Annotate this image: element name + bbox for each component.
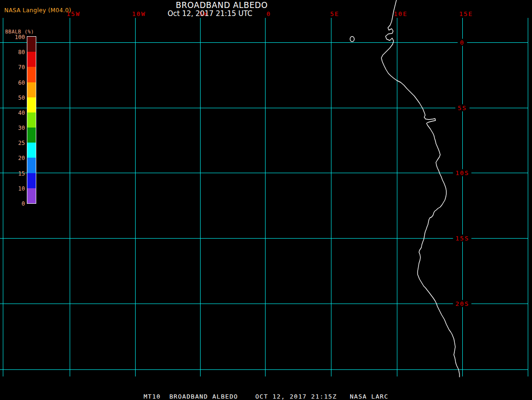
colorbar-tick-20: 20: [1, 155, 25, 161]
longitude-label-10w: 10W: [132, 10, 145, 17]
colorbar-tick-10: 10: [1, 185, 25, 192]
colorbar-band-60-50: [27, 82, 36, 97]
colorbar-band-20-15: [27, 158, 36, 173]
latitude-label-20s: 20S: [453, 300, 471, 307]
timestamp-subtitle: Oct 12, 2017 21:15 UTC: [168, 9, 252, 18]
colorbar-band-30-25: [27, 128, 36, 143]
latitude-label-15s: 15S: [453, 235, 471, 242]
page-title: BROADBAND ALBEDO: [176, 0, 267, 10]
colorbar-tick-60: 60: [1, 80, 25, 86]
colorbar-tick-0: 0: [1, 200, 25, 207]
colorbar: [27, 36, 36, 204]
longitude-label-15e: 15E: [459, 10, 473, 17]
colorbar-tick-30: 30: [1, 125, 25, 131]
colorbar-tick-25: 25: [1, 140, 25, 146]
colorbar-band-40-30: [27, 112, 36, 128]
colorbar-band-70-60: [27, 67, 36, 82]
colorbar-tick-70: 70: [1, 64, 25, 71]
colorbar-band-100-80: [27, 37, 36, 52]
longitude-label-10e: 10E: [394, 10, 407, 17]
footer-caption: MT10 BROADBAND ALBEDO OCT 12, 2017 21:15…: [0, 393, 532, 400]
latitude-label-10s: 10S: [453, 169, 471, 176]
source-label: NASA Langley (M04.0): [4, 7, 71, 14]
latitude-label-5s: 5S: [455, 104, 469, 112]
longitude-label-0: 0: [266, 10, 271, 17]
latitude-label-0: 0: [458, 39, 467, 46]
coastline-path: [381, 0, 459, 377]
island-outline: [350, 37, 355, 42]
albedo-map-page: 15W10W5W05E10E15E05S10S15S20S NASA Langl…: [0, 0, 532, 400]
colorbar-tick-80: 80: [1, 49, 25, 56]
colorbar-tick-40: 40: [1, 110, 25, 116]
colorbar-tick-50: 50: [1, 95, 25, 101]
colorbar-band-15-10: [27, 173, 36, 188]
longitude-label-5e: 5E: [330, 10, 339, 17]
colorbar-band-80-70: [27, 52, 36, 67]
coastline-svg: [0, 0, 532, 400]
colorbar-band-25-20: [27, 143, 36, 158]
colorbar-band-10-0: [27, 188, 36, 203]
colorbar-tick-100: 100: [1, 34, 25, 40]
colorbar-tick-15: 15: [1, 170, 25, 177]
colorbar-band-50-40: [27, 97, 36, 112]
